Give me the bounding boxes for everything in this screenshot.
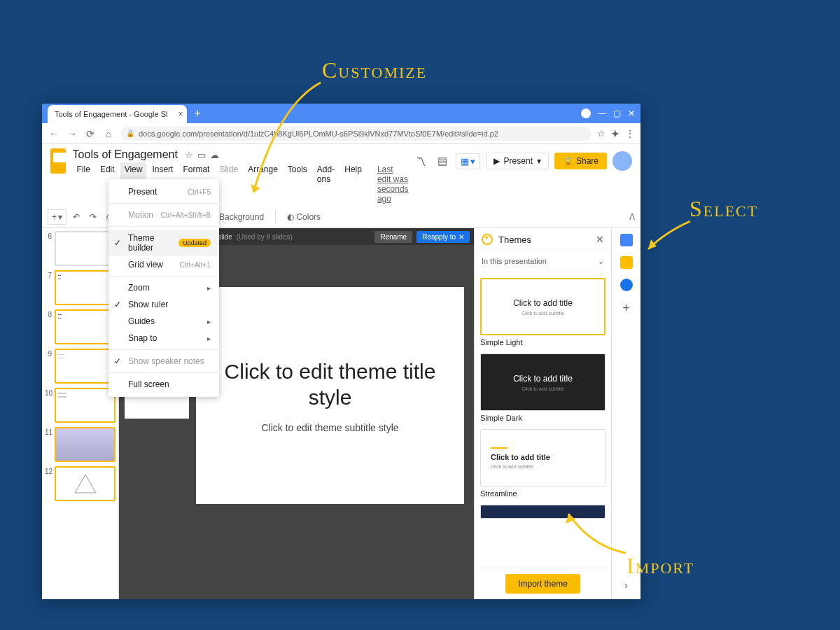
reload-icon[interactable]: ⟳ <box>84 128 97 139</box>
thumb-number: 9 <box>45 349 55 384</box>
slideshow-dropdown[interactable]: ▦▾ <box>456 153 480 169</box>
document-title[interactable]: Tools of Engagement <box>73 148 178 161</box>
menu-help[interactable]: Help <box>340 162 366 206</box>
import-theme-button[interactable]: Import theme <box>505 574 580 594</box>
menu-item-present[interactable]: Present Ctrl+F5 <box>108 183 219 200</box>
slide-thumbnail[interactable] <box>55 231 115 266</box>
cloud-icon[interactable]: ☁ <box>210 150 219 160</box>
slide-canvas[interactable]: Click to edit theme title style Click to… <box>196 287 464 504</box>
theme-name-label: Streamline <box>480 489 606 498</box>
thumb-number: 7 <box>45 270 55 305</box>
add-addon-icon[interactable]: + <box>622 301 630 316</box>
browser-tab[interactable]: Tools of Engagement - Google Sl × <box>48 105 187 123</box>
forward-icon[interactable]: → <box>66 128 78 139</box>
thumb-number: 10 <box>45 388 55 423</box>
menu-item-show-ruler[interactable]: ✓ Show ruler <box>108 296 219 313</box>
theme-name-label: Simple Light <box>480 338 606 346</box>
browser-titlebar: Tools of Engagement - Google Sl × + — ▢ … <box>42 104 640 123</box>
menu-item-speaker-notes[interactable]: ✓ Show speaker notes <box>108 353 219 370</box>
theme-preview-simple-light[interactable]: Click to add title Click to add subtitle <box>480 278 606 335</box>
play-icon: ▶ <box>493 156 500 166</box>
menu-item-motion[interactable]: Motion Ctrl+Alt+Shift+B <box>108 206 219 223</box>
slide-thumbnail[interactable] <box>55 427 115 462</box>
close-panel-icon[interactable]: ✕ <box>596 234 604 245</box>
url-field[interactable]: 🔒 docs.google.com/presentation/d/1ulzC4h… <box>120 127 592 141</box>
back-icon[interactable]: ← <box>48 128 60 139</box>
theme-subtitle-placeholder[interactable]: Click to edit theme subtitle style <box>261 422 398 433</box>
undo-icon[interactable]: ↶ <box>69 210 83 224</box>
lock-icon: 🔒 <box>563 156 573 166</box>
new-slide-button[interactable]: +▾ <box>48 209 66 225</box>
theme-title-placeholder[interactable]: Click to edit theme title style <box>210 358 450 411</box>
comments-icon[interactable]: ▤ <box>435 152 450 170</box>
lock-icon: 🔒 <box>126 130 134 137</box>
themes-panel-title: Themes <box>498 234 596 245</box>
theme-preview-streamline[interactable]: Click to add title Click to add subtitle <box>480 429 606 486</box>
themes-section-header[interactable]: In this presentation ⌄ <box>475 251 611 272</box>
tab-title: Tools of Engagement - Google Sl <box>55 110 167 118</box>
menu-item-zoom[interactable]: Zoom ▸ <box>108 279 219 296</box>
menu-item-snap-to[interactable]: Snap to ▸ <box>108 330 219 346</box>
updated-badge: Updated <box>178 239 211 247</box>
colors-button[interactable]: ◐ Colors <box>281 210 326 224</box>
annotation-import: Import <box>626 553 694 579</box>
themes-icon <box>482 234 493 245</box>
rename-button[interactable]: Rename <box>374 231 412 243</box>
slide-thumbnail[interactable]: ▪▪▪▪▪▪ <box>55 270 115 305</box>
check-icon: ✓ <box>114 238 121 248</box>
chevron-down-icon: ▾ <box>537 156 541 166</box>
slide-thumbnail[interactable]: ▪▪▪▪▪▪▪ <box>55 309 115 344</box>
annotation-select: Select <box>690 196 758 222</box>
used-by-label: (Used by 8 slides) <box>237 233 293 241</box>
menu-item-guides[interactable]: Guides ▸ <box>108 313 219 330</box>
close-window-icon[interactable]: ✕ <box>628 108 635 118</box>
thumb-number: 6 <box>45 231 55 266</box>
redo-icon[interactable]: ↷ <box>86 210 100 224</box>
move-icon[interactable]: ▭ <box>197 150 206 160</box>
theme-preview-simple-dark[interactable]: Click to add title Click to add subtitle <box>480 354 606 411</box>
user-circle-icon[interactable] <box>581 108 591 118</box>
thumb-number: 8 <box>45 309 55 344</box>
trend-icon[interactable]: 〽 <box>413 153 429 170</box>
collapse-toolbar-icon[interactable]: ᐱ <box>629 212 635 222</box>
submenu-arrow-icon: ▸ <box>207 284 211 292</box>
bookmark-icon[interactable]: ☆ <box>597 128 606 139</box>
account-avatar[interactable] <box>612 151 632 171</box>
arrow-import <box>563 508 633 557</box>
minimize-icon[interactable]: — <box>598 108 606 118</box>
arrow-customize <box>251 77 335 203</box>
check-icon: ✓ <box>114 356 121 366</box>
maximize-icon[interactable]: ▢ <box>613 108 621 118</box>
view-dropdown-menu: Present Ctrl+F5 Motion Ctrl+Alt+Shift+B … <box>108 179 219 397</box>
tab-close-icon[interactable]: × <box>178 109 183 119</box>
reapply-button[interactable]: Reapply to ✕ <box>416 231 470 243</box>
submenu-arrow-icon: ▸ <box>207 318 211 326</box>
thumb-number: 11 <box>45 427 55 462</box>
tasks-icon[interactable] <box>620 279 633 291</box>
home-icon[interactable]: ⌂ <box>102 128 115 139</box>
keep-icon[interactable] <box>620 256 633 269</box>
menu-slide[interactable]: Slide <box>215 162 242 206</box>
last-edit-link[interactable]: Last edit was seconds ago <box>373 162 413 206</box>
theme-name-label: Simple Dark <box>480 414 606 422</box>
present-button[interactable]: ▶ Present ▾ <box>486 153 549 169</box>
thumb-number: 12 <box>45 466 55 501</box>
menu-file[interactable]: File <box>73 162 94 206</box>
extensions-icon[interactable]: ✦ <box>611 128 620 139</box>
collapse-sidepanel-icon[interactable]: › <box>624 580 628 591</box>
slide-thumbnail[interactable]: ———— <box>55 349 115 384</box>
slides-logo-icon[interactable] <box>50 148 66 174</box>
background-button[interactable]: Background <box>214 210 270 224</box>
calendar-icon[interactable] <box>620 234 633 246</box>
new-tab-button[interactable]: + <box>194 107 200 120</box>
submenu-arrow-icon: ▸ <box>207 335 211 342</box>
menu-item-theme-builder[interactable]: ✓ Theme builder Updated <box>108 230 219 256</box>
menu-item-full-screen[interactable]: Full screen <box>108 376 219 393</box>
slide-thumbnail[interactable]: ▭▭▭▭▭▭ <box>55 388 115 423</box>
browser-menu-icon[interactable]: ⋮ <box>625 128 635 139</box>
slide-thumbnail[interactable] <box>55 466 115 501</box>
menu-item-grid-view[interactable]: Grid view Ctrl+Alt+1 <box>108 256 219 273</box>
close-icon[interactable]: ✕ <box>458 233 464 241</box>
star-icon[interactable]: ☆ <box>185 150 193 160</box>
share-button[interactable]: 🔒 Share <box>554 153 607 169</box>
